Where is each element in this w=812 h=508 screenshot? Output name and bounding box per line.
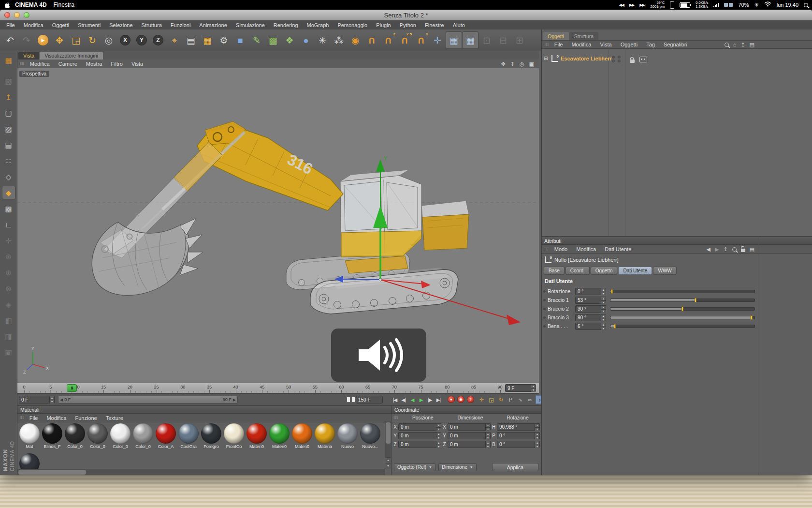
battery-icon[interactable] xyxy=(680,2,690,8)
modeling-tool-1-icon[interactable]: ⊡ xyxy=(478,31,495,49)
coordinates-title[interactable]: Coordinate xyxy=(392,406,541,414)
app-status-icon[interactable]: ✳ xyxy=(754,2,759,8)
viewport-menu-item[interactable]: Filtro xyxy=(106,61,127,67)
model-mode-icon[interactable]: ▢ xyxy=(2,106,15,120)
magnet-icon[interactable]: U xyxy=(363,31,380,49)
viewport-menu-item[interactable]: Modifica xyxy=(26,61,54,67)
app-menu-item[interactable]: Selezione xyxy=(105,22,137,28)
material-thumbnail[interactable]: Nuovo... xyxy=(359,423,381,449)
app-menu-item[interactable]: MoGraph xyxy=(303,22,334,28)
app-menu-item[interactable]: File xyxy=(2,22,19,28)
lock-x-icon[interactable]: X xyxy=(117,31,133,49)
timeline-playhead[interactable]: 9 xyxy=(67,384,77,392)
drag-grip-icon[interactable]: ⠿⠿ xyxy=(20,62,24,66)
rotate-tool-icon[interactable]: ↻ xyxy=(84,31,101,49)
drag-grip-icon[interactable]: ⠿⠿ xyxy=(19,416,23,420)
expand-icon[interactable]: ⊞ xyxy=(544,56,549,61)
render-view-icon[interactable]: ▤ xyxy=(183,31,199,49)
scroll-down-icon[interactable]: ▼ xyxy=(385,463,391,469)
snap-settings-icon[interactable]: ✛ xyxy=(429,31,446,49)
add-deformer-icon[interactable]: ● xyxy=(298,31,314,49)
viewport-tab[interactable]: Visualizzatore Immagini xyxy=(40,52,103,60)
attribute-tab[interactable]: Oggetto xyxy=(591,267,618,275)
move-tool-icon[interactable]: ✥ xyxy=(51,31,68,49)
range-handle-left[interactable] xyxy=(347,397,350,403)
materials-title[interactable]: Materiali xyxy=(17,406,391,414)
coordinate-field[interactable]: 0 m▴▾ xyxy=(448,441,491,448)
object-menu-item[interactable]: Modifica xyxy=(567,42,595,47)
app-menu-item[interactable]: Simulazione xyxy=(232,22,269,28)
indicator-icons[interactable] xyxy=(724,3,733,7)
parameter-slider[interactable] xyxy=(610,307,755,311)
wifi-icon[interactable] xyxy=(764,1,771,8)
window-titlebar[interactable]: Senza Titolo 2 * xyxy=(0,10,812,21)
animation-dot-icon[interactable] xyxy=(543,290,546,293)
record-keyframe-button[interactable]: ● xyxy=(448,396,455,403)
goto-start-button[interactable]: |◀ xyxy=(391,395,399,404)
keyframe-parameter-toggle[interactable]: P xyxy=(507,395,515,404)
viewport-menu-item[interactable]: Vista xyxy=(127,61,147,67)
make-editable-icon[interactable]: ↥ xyxy=(2,90,15,104)
previous-frame-button[interactable]: ◀| xyxy=(399,395,408,404)
volume-icon[interactable] xyxy=(713,2,719,7)
material-thumbnail[interactable]: FrontCo xyxy=(223,423,245,449)
materials-menu-item[interactable]: Modifica xyxy=(42,415,71,421)
material-thumbnail[interactable]: Color_0 xyxy=(87,423,109,449)
object-name[interactable]: Escavatore Liebherr xyxy=(561,56,612,61)
parameter-slider[interactable] xyxy=(610,299,755,302)
macos-app-name[interactable]: CINEMA 4D xyxy=(15,1,47,8)
xpresso-tag-icon[interactable] xyxy=(639,57,647,62)
app-menu-item[interactable]: Animazione xyxy=(195,22,231,28)
swap-view-icon[interactable]: ◎ xyxy=(517,61,527,67)
view-cube-1-icon[interactable]: ◧ xyxy=(2,314,15,327)
record-options-button[interactable]: ? xyxy=(467,396,474,403)
keyframe-position-toggle[interactable]: ✛ xyxy=(478,395,486,404)
attribute-tab[interactable]: WWW xyxy=(653,267,676,275)
attributes-menu-item[interactable]: Modifica xyxy=(572,246,600,252)
snap-toggle-icon[interactable]: ✛ xyxy=(2,234,15,247)
last-tool-icon[interactable]: ◎ xyxy=(101,31,117,49)
viewport-canvas[interactable]: Prospettiva xyxy=(17,68,539,383)
attributes-title[interactable]: Attributi xyxy=(542,237,812,245)
magnet-2-5-icon[interactable]: U 2.5 xyxy=(396,31,413,49)
up-level-icon[interactable]: ↥ xyxy=(740,42,745,47)
object-tree-row[interactable]: ⊞ 0 Escavatore Liebherr xyxy=(544,54,812,62)
next-frame-button[interactable]: |▶ xyxy=(425,395,434,404)
object-tree[interactable]: ⊞ 0 Escavatore Liebherr xyxy=(542,49,812,237)
editor-visibility-dots[interactable] xyxy=(612,56,615,62)
coordinate-field[interactable]: 0 m▴▾ xyxy=(398,423,441,431)
add-cube-icon[interactable]: ■ xyxy=(232,31,248,49)
render-picture-viewer-icon[interactable]: ▦ xyxy=(199,31,216,49)
scene-3d[interactable]: 316 xyxy=(17,68,539,383)
coordinate-mode-dropdown[interactable]: Oggetto (Rel)▼ xyxy=(394,463,435,471)
drag-grip-icon[interactable]: ⠿⠿ xyxy=(393,416,397,420)
points-mode-icon[interactable]: ∷ xyxy=(2,154,15,167)
object-menu-item[interactable]: Oggetti xyxy=(616,42,642,47)
snap-target-icon[interactable]: ◉ xyxy=(347,31,363,49)
materials-vscrollbar[interactable]: ▲▼ xyxy=(385,421,391,469)
grid-snap-icon[interactable]: ▦ xyxy=(446,31,462,49)
parameter-slider[interactable] xyxy=(610,325,755,328)
object-menu-item[interactable]: File xyxy=(550,42,567,47)
app-menu-item[interactable]: Oggetti xyxy=(48,22,73,28)
document-end-field[interactable]: 150 F xyxy=(356,396,383,403)
material-thumbnail[interactable]: Mat xyxy=(18,423,41,449)
coordinate-field[interactable]: 0 °▴▾ xyxy=(497,441,540,448)
parent-object-icon[interactable]: ↥ xyxy=(723,247,727,252)
app-menu-item[interactable]: Strumenti xyxy=(73,22,105,28)
camera-mode-icon[interactable]: ▧ xyxy=(2,74,15,88)
coordinate-field[interactable]: 0 m▴▾ xyxy=(398,432,441,439)
panel-splitter[interactable] xyxy=(758,237,758,475)
texture-axis-mode-icon[interactable]: ▩ xyxy=(2,202,15,215)
animation-dot-icon[interactable] xyxy=(543,308,546,310)
attributes-menu-item[interactable]: Dati Utente xyxy=(600,246,636,252)
viewport-menu-item[interactable]: Camere xyxy=(54,61,82,67)
material-thumbnail[interactable]: Color_0 xyxy=(109,423,131,449)
play-forward-button[interactable]: ▶ xyxy=(417,395,425,404)
animation-dot-icon[interactable] xyxy=(543,299,546,301)
viewport-tab[interactable]: Vista xyxy=(18,52,39,60)
search-icon[interactable] xyxy=(725,43,729,47)
materials-menu-item[interactable]: File xyxy=(25,415,43,421)
autokeying-button[interactable]: ◉ xyxy=(457,396,464,403)
add-nurbs-icon[interactable]: ▩ xyxy=(265,31,281,49)
